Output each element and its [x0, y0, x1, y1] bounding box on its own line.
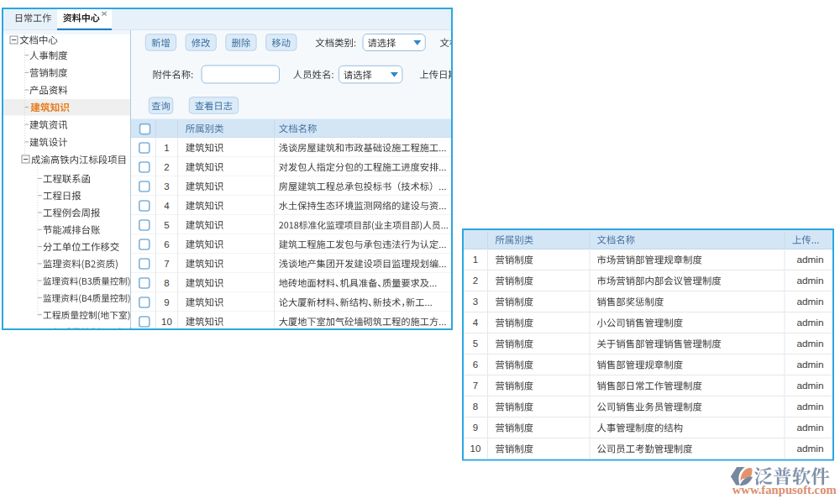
svg-text:3: 3	[164, 181, 169, 192]
svg-text:3: 3	[473, 297, 478, 307]
svg-text:2: 2	[473, 276, 478, 286]
svg-text:admin: admin	[796, 401, 823, 412]
svg-text:admin: admin	[796, 317, 823, 328]
svg-text:2: 2	[164, 162, 169, 172]
svg-text:admin: admin	[796, 275, 823, 286]
svg-text:admin: admin	[796, 422, 823, 433]
svg-text:admin: admin	[796, 380, 823, 391]
svg-text:admin: admin	[796, 338, 823, 349]
svg-text:4: 4	[164, 201, 170, 211]
svg-text:10: 10	[470, 444, 481, 454]
svg-text:admin: admin	[796, 443, 823, 454]
svg-text:6: 6	[164, 239, 169, 249]
svg-text:5: 5	[473, 339, 478, 349]
svg-text:admin: admin	[796, 296, 823, 307]
svg-text:admin: admin	[796, 359, 823, 370]
svg-text:4: 4	[473, 318, 479, 328]
svg-text:1: 1	[473, 255, 478, 265]
svg-text:9: 9	[164, 297, 169, 307]
svg-text:9: 9	[473, 423, 478, 433]
svg-text:1: 1	[164, 143, 169, 153]
svg-text:10: 10	[161, 317, 172, 327]
svg-text:8: 8	[164, 278, 169, 288]
svg-text:admin: admin	[796, 254, 823, 265]
svg-text:8: 8	[473, 402, 478, 412]
svg-text:5: 5	[164, 220, 169, 230]
svg-text:6: 6	[473, 360, 478, 370]
svg-text:7: 7	[473, 381, 478, 391]
svg-text:www.fanpusoft.com: www.fanpusoft.com	[732, 483, 837, 496]
svg-text:7: 7	[164, 259, 169, 269]
